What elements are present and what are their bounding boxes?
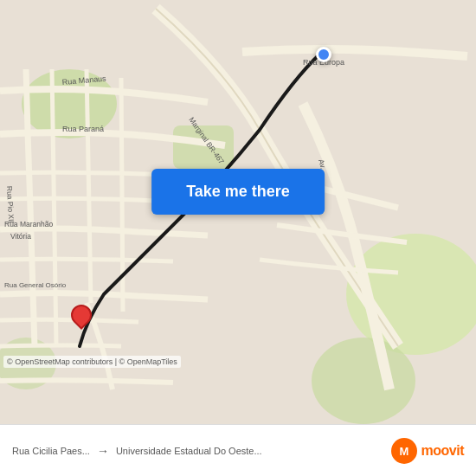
svg-text:Rua Maranhão: Rua Maranhão: [4, 220, 54, 228]
footer-from: Rua Cicilia Paes...: [12, 446, 90, 456]
take-me-there-button[interactable]: Take me there: [151, 169, 325, 215]
footer: Rua Cicilia Paes... → Universidade Estad…: [0, 424, 476, 476]
svg-point-4: [312, 338, 415, 424]
moovit-icon: M: [390, 437, 418, 465]
moovit-logo: M moovit: [390, 437, 464, 465]
origin-marker: [316, 47, 331, 62]
footer-to: Universidade Estadual Do Oeste...: [116, 446, 262, 456]
map-container: Rua Manaus Rua Paraná Rua Pio XII Rua Ma…: [0, 0, 476, 424]
svg-text:Rua Paraná: Rua Paraná: [62, 125, 104, 133]
app: Rua Manaus Rua Paraná Rua Pio XII Rua Ma…: [0, 0, 476, 476]
moovit-brand-name: moovit: [421, 443, 464, 459]
svg-text:M: M: [399, 445, 408, 458]
map-attribution: © OpenStreetMap contributors | © OpenMap…: [3, 356, 181, 368]
svg-text:Rua General Osório: Rua General Osório: [4, 281, 67, 289]
footer-arrow: →: [97, 444, 109, 458]
destination-marker: [71, 305, 92, 331]
route-info: Rua Cicilia Paes... → Universidade Estad…: [12, 444, 390, 458]
svg-text:Vitória: Vitória: [10, 232, 31, 241]
